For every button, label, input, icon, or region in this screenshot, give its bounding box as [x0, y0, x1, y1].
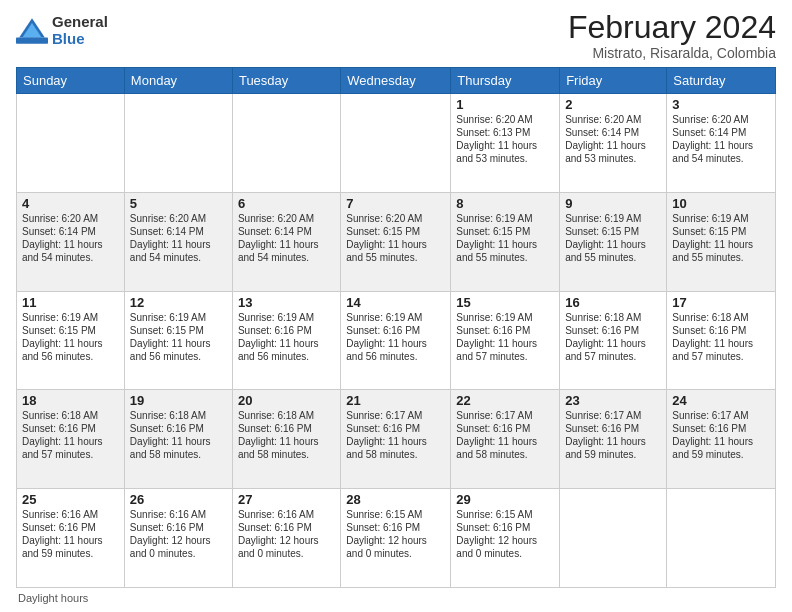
day-cell: 4Sunrise: 6:20 AM Sunset: 6:14 PM Daylig…	[17, 192, 125, 291]
day-cell: 18Sunrise: 6:18 AM Sunset: 6:16 PM Dayli…	[17, 390, 125, 489]
day-info: Sunrise: 6:17 AM Sunset: 6:16 PM Dayligh…	[672, 409, 770, 461]
day-cell: 5Sunrise: 6:20 AM Sunset: 6:14 PM Daylig…	[124, 192, 232, 291]
col-monday: Monday	[124, 68, 232, 94]
day-info: Sunrise: 6:17 AM Sunset: 6:16 PM Dayligh…	[565, 409, 661, 461]
day-number: 26	[130, 492, 227, 507]
day-cell: 6Sunrise: 6:20 AM Sunset: 6:14 PM Daylig…	[232, 192, 340, 291]
main-title: February 2024	[568, 10, 776, 45]
day-info: Sunrise: 6:20 AM Sunset: 6:14 PM Dayligh…	[22, 212, 119, 264]
col-saturday: Saturday	[667, 68, 776, 94]
day-number: 13	[238, 295, 335, 310]
day-cell: 20Sunrise: 6:18 AM Sunset: 6:16 PM Dayli…	[232, 390, 340, 489]
col-thursday: Thursday	[451, 68, 560, 94]
day-info: Sunrise: 6:16 AM Sunset: 6:16 PM Dayligh…	[22, 508, 119, 560]
header-row: Sunday Monday Tuesday Wednesday Thursday…	[17, 68, 776, 94]
col-wednesday: Wednesday	[341, 68, 451, 94]
day-number: 9	[565, 196, 661, 211]
day-number: 6	[238, 196, 335, 211]
day-info: Sunrise: 6:15 AM Sunset: 6:16 PM Dayligh…	[346, 508, 445, 560]
day-number: 1	[456, 97, 554, 112]
day-info: Sunrise: 6:19 AM Sunset: 6:15 PM Dayligh…	[672, 212, 770, 264]
day-cell: 26Sunrise: 6:16 AM Sunset: 6:16 PM Dayli…	[124, 489, 232, 588]
day-number: 8	[456, 196, 554, 211]
day-number: 17	[672, 295, 770, 310]
day-number: 15	[456, 295, 554, 310]
day-number: 5	[130, 196, 227, 211]
day-info: Sunrise: 6:20 AM Sunset: 6:14 PM Dayligh…	[238, 212, 335, 264]
day-cell: 22Sunrise: 6:17 AM Sunset: 6:16 PM Dayli…	[451, 390, 560, 489]
day-number: 2	[565, 97, 661, 112]
logo-icon	[16, 15, 48, 47]
week-row-3: 11Sunrise: 6:19 AM Sunset: 6:15 PM Dayli…	[17, 291, 776, 390]
title-section: February 2024 Mistrato, Risaralda, Colom…	[568, 10, 776, 61]
calendar-table: Sunday Monday Tuesday Wednesday Thursday…	[16, 67, 776, 588]
day-info: Sunrise: 6:19 AM Sunset: 6:15 PM Dayligh…	[565, 212, 661, 264]
day-info: Sunrise: 6:20 AM Sunset: 6:15 PM Dayligh…	[346, 212, 445, 264]
day-number: 22	[456, 393, 554, 408]
page: General Blue February 2024 Mistrato, Ris…	[0, 0, 792, 612]
day-info: Sunrise: 6:19 AM Sunset: 6:15 PM Dayligh…	[130, 311, 227, 363]
day-number: 11	[22, 295, 119, 310]
day-info: Sunrise: 6:18 AM Sunset: 6:16 PM Dayligh…	[672, 311, 770, 363]
day-number: 14	[346, 295, 445, 310]
logo-blue-text: Blue	[52, 31, 108, 48]
day-number: 27	[238, 492, 335, 507]
day-cell: 17Sunrise: 6:18 AM Sunset: 6:16 PM Dayli…	[667, 291, 776, 390]
day-info: Sunrise: 6:18 AM Sunset: 6:16 PM Dayligh…	[130, 409, 227, 461]
day-number: 19	[130, 393, 227, 408]
day-cell: 21Sunrise: 6:17 AM Sunset: 6:16 PM Dayli…	[341, 390, 451, 489]
logo: General Blue	[16, 14, 108, 47]
day-number: 4	[22, 196, 119, 211]
day-cell: 14Sunrise: 6:19 AM Sunset: 6:16 PM Dayli…	[341, 291, 451, 390]
day-cell: 27Sunrise: 6:16 AM Sunset: 6:16 PM Dayli…	[232, 489, 340, 588]
day-cell: 7Sunrise: 6:20 AM Sunset: 6:15 PM Daylig…	[341, 192, 451, 291]
day-cell: 28Sunrise: 6:15 AM Sunset: 6:16 PM Dayli…	[341, 489, 451, 588]
logo-general-text: General	[52, 14, 108, 31]
day-cell: 1Sunrise: 6:20 AM Sunset: 6:13 PM Daylig…	[451, 94, 560, 193]
day-cell	[17, 94, 125, 193]
day-number: 10	[672, 196, 770, 211]
week-row-4: 18Sunrise: 6:18 AM Sunset: 6:16 PM Dayli…	[17, 390, 776, 489]
day-cell: 24Sunrise: 6:17 AM Sunset: 6:16 PM Dayli…	[667, 390, 776, 489]
day-number: 12	[130, 295, 227, 310]
day-info: Sunrise: 6:20 AM Sunset: 6:14 PM Dayligh…	[565, 113, 661, 165]
day-number: 23	[565, 393, 661, 408]
day-cell: 11Sunrise: 6:19 AM Sunset: 6:15 PM Dayli…	[17, 291, 125, 390]
day-number: 20	[238, 393, 335, 408]
day-cell: 25Sunrise: 6:16 AM Sunset: 6:16 PM Dayli…	[17, 489, 125, 588]
day-number: 3	[672, 97, 770, 112]
day-number: 21	[346, 393, 445, 408]
day-number: 28	[346, 492, 445, 507]
day-info: Sunrise: 6:18 AM Sunset: 6:16 PM Dayligh…	[238, 409, 335, 461]
day-cell: 3Sunrise: 6:20 AM Sunset: 6:14 PM Daylig…	[667, 94, 776, 193]
day-cell: 8Sunrise: 6:19 AM Sunset: 6:15 PM Daylig…	[451, 192, 560, 291]
header: General Blue February 2024 Mistrato, Ris…	[16, 10, 776, 61]
week-row-2: 4Sunrise: 6:20 AM Sunset: 6:14 PM Daylig…	[17, 192, 776, 291]
day-cell: 9Sunrise: 6:19 AM Sunset: 6:15 PM Daylig…	[560, 192, 667, 291]
day-number: 16	[565, 295, 661, 310]
day-info: Sunrise: 6:20 AM Sunset: 6:14 PM Dayligh…	[130, 212, 227, 264]
week-row-5: 25Sunrise: 6:16 AM Sunset: 6:16 PM Dayli…	[17, 489, 776, 588]
day-info: Sunrise: 6:19 AM Sunset: 6:16 PM Dayligh…	[346, 311, 445, 363]
day-info: Sunrise: 6:16 AM Sunset: 6:16 PM Dayligh…	[130, 508, 227, 560]
day-info: Sunrise: 6:19 AM Sunset: 6:15 PM Dayligh…	[22, 311, 119, 363]
logo-text: General Blue	[52, 14, 108, 47]
day-info: Sunrise: 6:15 AM Sunset: 6:16 PM Dayligh…	[456, 508, 554, 560]
col-tuesday: Tuesday	[232, 68, 340, 94]
day-info: Sunrise: 6:19 AM Sunset: 6:16 PM Dayligh…	[456, 311, 554, 363]
subtitle: Mistrato, Risaralda, Colombia	[568, 45, 776, 61]
day-cell: 2Sunrise: 6:20 AM Sunset: 6:14 PM Daylig…	[560, 94, 667, 193]
day-cell	[667, 489, 776, 588]
day-cell: 23Sunrise: 6:17 AM Sunset: 6:16 PM Dayli…	[560, 390, 667, 489]
day-cell: 16Sunrise: 6:18 AM Sunset: 6:16 PM Dayli…	[560, 291, 667, 390]
day-info: Sunrise: 6:20 AM Sunset: 6:14 PM Dayligh…	[672, 113, 770, 165]
day-cell	[232, 94, 340, 193]
day-info: Sunrise: 6:19 AM Sunset: 6:15 PM Dayligh…	[456, 212, 554, 264]
day-info: Sunrise: 6:18 AM Sunset: 6:16 PM Dayligh…	[22, 409, 119, 461]
day-cell	[560, 489, 667, 588]
day-info: Sunrise: 6:17 AM Sunset: 6:16 PM Dayligh…	[346, 409, 445, 461]
footer: Daylight hours	[16, 592, 776, 604]
day-number: 25	[22, 492, 119, 507]
day-cell: 29Sunrise: 6:15 AM Sunset: 6:16 PM Dayli…	[451, 489, 560, 588]
day-cell: 13Sunrise: 6:19 AM Sunset: 6:16 PM Dayli…	[232, 291, 340, 390]
